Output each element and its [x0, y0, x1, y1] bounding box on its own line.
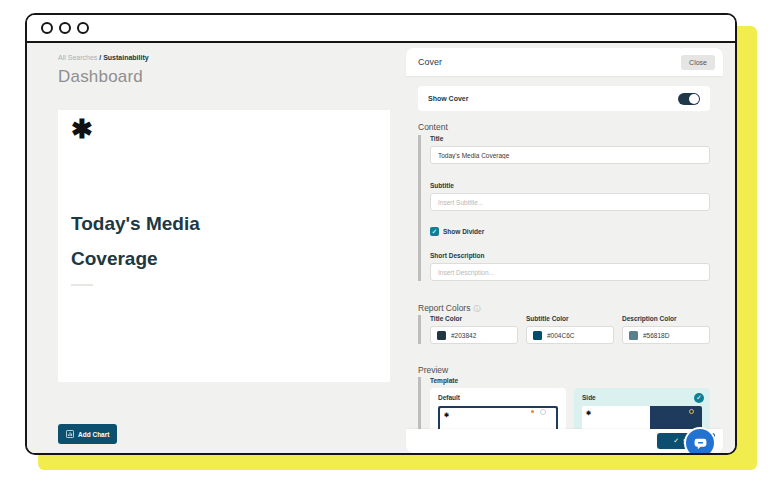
subtitle-field-label: Subtitle [430, 182, 710, 189]
title-color-value: #203842 [451, 332, 476, 339]
window-titlebar [27, 15, 735, 43]
drawer-header: Cover Close [406, 48, 723, 76]
description-field-label: Short Description [430, 252, 710, 259]
description-color-value: #56818D [643, 332, 669, 339]
show-divider-row: ✓ Show Divider [430, 227, 710, 236]
subtitle-color-input[interactable]: #004C6C [526, 326, 614, 344]
cover-preview-divider [71, 284, 93, 286]
show-cover-label: Show Cover [428, 95, 468, 102]
save-check-icon: ✓ [673, 437, 679, 445]
close-button[interactable]: Close [681, 55, 715, 70]
thumbnail-dot-icon [531, 410, 534, 413]
subtitle-color-value: #004C6C [547, 332, 574, 339]
show-divider-label: Show Divider [443, 228, 484, 235]
selected-check-icon: ✓ [694, 393, 704, 403]
report-colors-section-label: Report Colorsⓘ [418, 303, 480, 314]
info-icon[interactable]: ⓘ [473, 305, 480, 312]
template-default-label: Default [438, 394, 558, 401]
page: All Searches / Sustainability Dashboard … [0, 0, 768, 486]
thumbnail-moon-icon [689, 409, 694, 414]
cover-preview-title: Today's Media Coverage [71, 206, 251, 276]
report-colors-row: Title Color #203842 Subtitle Color #004C… [430, 315, 710, 344]
template-side-label: Side [582, 394, 702, 401]
title-color-field: Title Color #203842 [430, 315, 518, 344]
thumbnail-asterisk-icon: ✱ [444, 411, 449, 418]
add-chart-button[interactable]: Add Chart [58, 424, 117, 444]
content-section-label: Content [418, 122, 448, 132]
drawer-title: Cover [418, 57, 442, 67]
app-body: All Searches / Sustainability Dashboard … [27, 43, 735, 453]
title-color-input[interactable]: #203842 [430, 326, 518, 344]
chat-bubble-icon [693, 436, 708, 451]
toggle-knob-icon [689, 94, 699, 104]
template-group-label: Template [430, 377, 710, 384]
subtitle-input[interactable] [430, 193, 710, 211]
add-chart-label: Add Chart [78, 431, 109, 438]
thumbnail-ring-icon [540, 409, 546, 415]
show-cover-toggle[interactable] [678, 93, 700, 105]
report-colors-group: Title Color #203842 Subtitle Color #004C… [418, 315, 710, 344]
description-color-input[interactable]: #56818D [622, 326, 710, 344]
title-color-label: Title Color [430, 315, 518, 322]
title-color-swatch [437, 331, 446, 340]
window-control-icon[interactable] [41, 22, 53, 34]
subtitle-color-swatch [533, 331, 542, 340]
show-cover-row: Show Cover [418, 86, 710, 111]
description-color-label: Description Color [622, 315, 710, 322]
breadcrumb: All Searches / Sustainability [58, 54, 149, 61]
subtitle-color-field: Subtitle Color #004C6C [526, 315, 614, 344]
drawer-footer: ✓ Save [406, 429, 723, 453]
cover-settings-drawer: Cover Close Show Cover Content Title Sub… [406, 48, 723, 453]
title-field-label: Title [430, 135, 710, 142]
add-chart-icon [66, 430, 74, 438]
description-color-swatch [629, 331, 638, 340]
chat-widget-button[interactable] [684, 427, 716, 455]
show-divider-checkbox[interactable]: ✓ [430, 227, 439, 236]
description-color-field: Description Color #56818D [622, 315, 710, 344]
browser-window: All Searches / Sustainability Dashboard … [25, 13, 737, 455]
cover-preview-card: ✱ Today's Media Coverage [58, 110, 390, 382]
content-field-group: Title Subtitle ✓ Show Divider Short Desc… [418, 135, 710, 281]
description-input[interactable] [430, 263, 710, 281]
title-input[interactable] [430, 146, 710, 164]
thumbnail-asterisk-icon: ✱ [586, 409, 591, 416]
window-control-icon[interactable] [77, 22, 89, 34]
breadcrumb-parent-link[interactable]: All Searches [58, 54, 97, 61]
asterisk-logo-icon: ✱ [71, 114, 93, 145]
subtitle-color-label: Subtitle Color [526, 315, 614, 322]
breadcrumb-current: Sustainability [103, 54, 149, 61]
window-control-icon[interactable] [59, 22, 71, 34]
page-title: Dashboard [58, 67, 143, 87]
preview-section-label: Preview [418, 365, 448, 375]
